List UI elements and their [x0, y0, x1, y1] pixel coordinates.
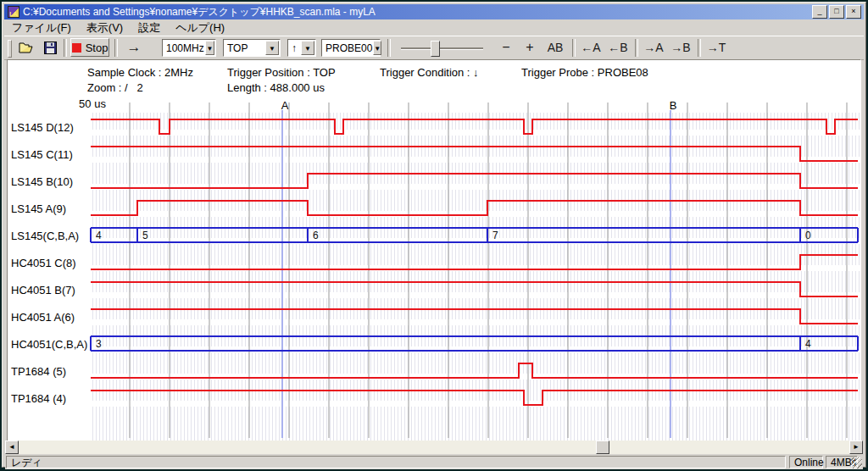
- row-gap: [92, 319, 860, 325]
- sample-clock-value: 100MHz: [163, 42, 204, 54]
- floppy-disk-icon: [44, 42, 57, 54]
- status-bar: レディ Online 4MBit: [5, 455, 863, 469]
- toolbar-separator: [572, 39, 576, 57]
- toolbar-separator: [387, 39, 391, 57]
- row-gap: [92, 346, 860, 352]
- row-gap: [92, 157, 860, 163]
- channel-label: LS145 D(12): [11, 120, 74, 136]
- goto-marker-b-button[interactable]: →B: [669, 39, 693, 56]
- scroll-right-button[interactable]: ►: [849, 441, 863, 454]
- set-b-label: ←B: [608, 41, 627, 54]
- goto-b-label: →B: [670, 41, 690, 54]
- trigger-position-info: Trigger Position : TOP: [227, 66, 336, 79]
- resize-grip-icon[interactable]: [851, 457, 862, 468]
- menu-bar: ファイル(F) 表示(V) 設定 ヘルプ(H): [4, 20, 864, 36]
- zoom-out-button[interactable]: −: [496, 39, 516, 56]
- channel-label: HC4051 C(8): [11, 256, 76, 271]
- maximize-button[interactable]: □: [829, 5, 844, 19]
- zoom-slider-thumb[interactable]: [431, 41, 440, 57]
- trigger-position-select[interactable]: TOP ▼: [223, 39, 281, 57]
- channel-label: HC4051(C,B,A): [11, 337, 87, 352]
- channel-label: HC4051 A(6): [11, 310, 75, 325]
- ab-label: AB: [548, 41, 564, 54]
- probe-value: PROBE00: [322, 42, 372, 54]
- application-window: LA C:¥Documents and Settings¥noname¥デスクト…: [2, 2, 866, 468]
- open-folder-icon: [19, 42, 34, 54]
- channel-label: LS145 B(10): [11, 175, 73, 190]
- menu-view[interactable]: 表示(V): [79, 19, 131, 36]
- plot-grid: [92, 113, 860, 441]
- trigger-position-value: TOP: [224, 42, 264, 54]
- channel-label: HC4051 B(7): [11, 283, 75, 298]
- screen: LA C:¥Documents and Settings¥noname¥デスクト…: [0, 0, 868, 471]
- toolbar: Stop → 100MHz ▼ TOP ▼ ↑ ▼ PROBE00 ▼: [4, 36, 864, 60]
- menu-help[interactable]: ヘルプ(H): [168, 19, 232, 36]
- goto-t-label: →T: [707, 41, 726, 54]
- row-gap: [92, 238, 860, 244]
- probe-select[interactable]: PROBE00 ▼: [321, 39, 381, 57]
- time-scale-label: 50 us: [79, 97, 106, 110]
- channel-label: LS145(C,B,A): [11, 229, 79, 244]
- row-gap: [92, 184, 860, 190]
- trigger-edge-value: ↑: [288, 42, 300, 54]
- window-title: C:¥Documents and Settings¥noname¥デスクトップ¥…: [23, 5, 376, 19]
- toolbar-separator: [114, 39, 118, 57]
- scrollbar-thumb[interactable]: [596, 441, 609, 454]
- minimize-button[interactable]: _: [812, 5, 827, 19]
- save-button[interactable]: [40, 39, 60, 56]
- online-status-badge: Online: [789, 456, 823, 468]
- row-gap: [92, 292, 860, 298]
- sample-clock-select[interactable]: 100MHz ▼: [162, 39, 216, 57]
- goto-a-label: →A: [643, 41, 663, 54]
- toolbar-grip: [8, 40, 12, 58]
- row-gap: [92, 401, 860, 407]
- scroll-left-button[interactable]: ◄: [5, 441, 19, 454]
- stop-label: Stop: [86, 42, 108, 54]
- trigger-condition-info: Trigger Condition : ↓: [380, 66, 479, 79]
- marker-b-label: B: [670, 99, 677, 112]
- set-marker-a-button[interactable]: ←A: [579, 39, 603, 56]
- row-gap: [92, 211, 860, 217]
- chevron-down-icon[interactable]: ▼: [205, 41, 214, 55]
- trigger-edge-select[interactable]: ↑ ▼: [287, 39, 316, 57]
- minus-icon: −: [502, 40, 509, 55]
- run-button[interactable]: →: [121, 39, 147, 56]
- toolbar-separator: [64, 39, 67, 57]
- zoom-in-button[interactable]: +: [520, 39, 540, 56]
- length-info: Length : 488.000 us: [227, 81, 325, 94]
- chevron-down-icon[interactable]: ▼: [373, 41, 381, 55]
- toolbar-separator: [698, 39, 701, 57]
- row-gap: [92, 265, 860, 271]
- trigger-probe-info: Trigger Probe : PROBE08: [521, 66, 648, 79]
- menu-settings[interactable]: 設定: [131, 19, 168, 36]
- channel-label: TP1684 (5): [11, 364, 66, 380]
- channel-label: TP1684 (4): [11, 391, 66, 407]
- goto-trigger-button[interactable]: →T: [704, 39, 728, 56]
- open-button[interactable]: [16, 39, 36, 56]
- stop-icon: [72, 43, 81, 53]
- marker-a-label: A: [281, 99, 289, 112]
- chevron-down-icon[interactable]: ▼: [265, 41, 279, 55]
- toolbar-separator: [635, 39, 638, 57]
- set-marker-b-button[interactable]: ←B: [606, 39, 630, 56]
- stop-button[interactable]: Stop: [70, 38, 109, 57]
- zoom-ab-button[interactable]: AB: [543, 39, 567, 56]
- channel-label: LS145 A(9): [11, 202, 66, 217]
- zoom-slider-track[interactable]: [401, 47, 483, 50]
- chevron-down-icon[interactable]: ▼: [301, 41, 314, 55]
- run-arrow-icon: →: [127, 39, 142, 56]
- title-bar: LA C:¥Documents and Settings¥noname¥デスクト…: [4, 4, 864, 19]
- close-button[interactable]: ×: [846, 5, 861, 19]
- set-a-label: ←A: [581, 41, 600, 54]
- app-icon: LA: [8, 6, 19, 18]
- sample-clock-info: Sample Clock : 2MHz: [87, 66, 193, 79]
- status-message: レディ: [6, 456, 786, 468]
- zoom-info: Zoom : / 2: [87, 81, 143, 94]
- plus-icon: +: [526, 40, 533, 55]
- row-gap: [92, 130, 860, 136]
- goto-marker-a-button[interactable]: →A: [642, 39, 665, 56]
- horizontal-scrollbar[interactable]: ◄ ►: [5, 441, 863, 454]
- channel-label: LS145 C(11): [11, 147, 73, 163]
- menu-file[interactable]: ファイル(F): [4, 19, 79, 36]
- row-gap: [92, 374, 860, 380]
